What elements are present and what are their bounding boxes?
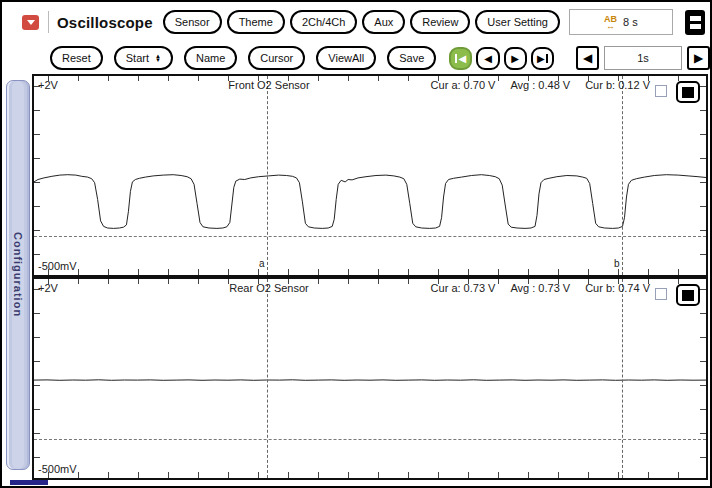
waveform-trace xyxy=(34,380,706,381)
sensor-button[interactable]: Sensor xyxy=(163,10,222,34)
step-back-button[interactable]: ◀ xyxy=(476,47,499,70)
scrollbar-thumb[interactable] xyxy=(10,480,48,485)
channel-visibility-checkbox[interactable] xyxy=(655,288,667,300)
record-time-display: AB ↔ 8 s xyxy=(569,9,673,35)
spinner-icon[interactable]: ▲▼ xyxy=(155,54,161,62)
name-button[interactable]: Name xyxy=(184,46,237,70)
skip-end-icon: ▶ xyxy=(537,53,548,64)
timebase-value: 1s xyxy=(604,46,682,70)
channel-color-swatch[interactable] xyxy=(676,284,700,306)
measurements: Cur a: 0.70 V Avg : 0.48 V Cur b: 0.12 V xyxy=(431,79,650,91)
configuration-tab[interactable]: Configuration xyxy=(6,80,30,470)
configuration-tab-label: Configuration xyxy=(12,232,24,317)
avg-value: Avg : 0.73 V xyxy=(510,282,570,294)
channel-title: Front O2 Sensor xyxy=(169,79,369,91)
channel-mode-button[interactable]: 2Ch/4Ch xyxy=(290,10,357,34)
theme-button[interactable]: Theme xyxy=(227,10,285,34)
skip-to-end-button[interactable]: ▶ xyxy=(531,47,554,70)
measurements: Cur a: 0.73 V Avg : 0.73 V Cur b: 0.74 V xyxy=(431,282,650,294)
timebase-control: ◀ 1s ▶ xyxy=(576,46,710,70)
review-button[interactable]: Review xyxy=(410,10,470,34)
cursor-a-value: Cur a: 0.73 V xyxy=(431,282,496,294)
cursor-a-value: Cur a: 0.70 V xyxy=(431,79,496,91)
save-button[interactable]: Save xyxy=(387,46,436,70)
cursor-a-line[interactable] xyxy=(267,76,268,275)
range-bottom-label: -500mV xyxy=(38,260,77,272)
channel-panel-front-o2: +2V Front O2 Sensor Cur a: 0.70 V Avg : … xyxy=(32,74,708,277)
channel-visibility-checkbox[interactable] xyxy=(655,85,667,97)
record-time-value: 8 s xyxy=(623,16,638,28)
avg-value: Avg : 0.48 V xyxy=(510,79,570,91)
cursor-b-letter: b xyxy=(614,258,620,269)
toolbar: Reset Start ▲▼ Name Cursor ViewAll Save … xyxy=(2,42,710,74)
timebase-decrease-button[interactable]: ◀ xyxy=(576,46,599,70)
cursor-a-line[interactable] xyxy=(267,279,268,478)
oscilloscope-window: Oscilloscope Sensor Theme 2Ch/4Ch Aux Re… xyxy=(0,0,712,488)
back-icon: ◀ xyxy=(484,53,492,64)
title-bar: Oscilloscope Sensor Theme 2Ch/4Ch Aux Re… xyxy=(2,2,710,42)
divider xyxy=(48,11,49,33)
range-top-label: +2V xyxy=(38,79,58,91)
skip-start-icon: ◀ xyxy=(455,53,466,64)
channel-area: +2V Front O2 Sensor Cur a: 0.70 V Avg : … xyxy=(32,74,708,480)
viewall-button[interactable]: ViewAll xyxy=(316,46,376,70)
channel-title: Rear O2 Sensor xyxy=(169,282,369,294)
play-forward-button[interactable]: ▶ xyxy=(504,47,527,70)
forward-icon: ▶ xyxy=(511,53,519,64)
aux-button[interactable]: Aux xyxy=(362,10,405,34)
left-arrow-icon: ◀ xyxy=(583,51,592,65)
waveform-trace xyxy=(34,175,706,229)
cursor-b-line[interactable] xyxy=(622,279,623,478)
waveform-plot xyxy=(34,279,706,478)
ab-cursor-time-icon: AB ↔ xyxy=(604,16,617,29)
cursor-b-value: Cur b: 0.12 V xyxy=(585,79,650,91)
cursor-a-letter: a xyxy=(259,258,265,269)
right-arrow-icon: ▶ xyxy=(694,51,703,65)
page-title: Oscilloscope xyxy=(57,14,153,31)
chevron-down-icon xyxy=(27,20,35,25)
channel-panel-rear-o2: +2V Rear O2 Sensor Cur a: 0.73 V Avg : 0… xyxy=(32,277,708,480)
user-setting-button[interactable]: User Setting xyxy=(475,10,560,34)
range-top-label: +2V xyxy=(38,282,58,294)
cursor-b-value: Cur b: 0.74 V xyxy=(585,282,650,294)
timebase-increase-button[interactable]: ▶ xyxy=(687,46,710,70)
waveform-plot xyxy=(34,76,706,275)
menu-dropdown-icon[interactable] xyxy=(22,15,39,30)
channel-color-swatch[interactable] xyxy=(676,81,700,103)
start-button[interactable]: Start ▲▼ xyxy=(114,46,173,70)
cursor-button[interactable]: Cursor xyxy=(248,46,305,70)
list-panel-icon[interactable] xyxy=(685,10,705,35)
cursor-b-line[interactable] xyxy=(622,76,623,275)
range-bottom-label: -500mV xyxy=(38,463,77,475)
skip-to-start-button[interactable]: ◀ xyxy=(449,47,472,70)
reset-button[interactable]: Reset xyxy=(50,46,103,70)
